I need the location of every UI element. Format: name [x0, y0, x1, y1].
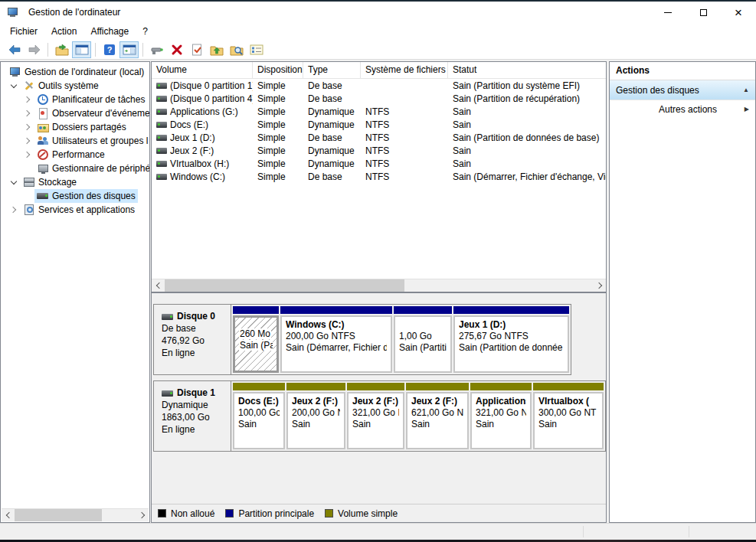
folder-up-button[interactable]: [207, 41, 226, 58]
volume-icon: [156, 96, 167, 102]
rescan-button[interactable]: [147, 41, 166, 58]
chevron-right-icon[interactable]: [21, 93, 34, 106]
export-list-button[interactable]: [52, 41, 71, 58]
partition-block[interactable]: Jeux 2 (F:) 321,00 Go NT Sain: [347, 383, 404, 449]
folder-search-button[interactable]: [227, 41, 246, 58]
table-row[interactable]: Applications (G:) Simple Dynamique NTFS …: [152, 105, 606, 118]
partition-box[interactable]: 1,00 Go Sain (Partitio: [394, 315, 452, 373]
partition-name: Jeux 1 (D:): [459, 319, 564, 331]
chevron-right-icon[interactable]: [7, 203, 21, 217]
delete-button[interactable]: [167, 41, 186, 58]
action-item-autres-actions[interactable]: Autres actions ▶: [610, 100, 755, 118]
cell-disposition: Simple: [253, 171, 303, 182]
cell-disposition: Simple: [253, 80, 303, 91]
scroll-thumb[interactable]: [165, 279, 404, 292]
tree-item-gestionnaire-peripheriques[interactable]: Gestionnaire de périphé: [1, 162, 149, 175]
show-console-tree-button[interactable]: [72, 41, 91, 58]
partition-block[interactable]: Windows (C:) 200,00 Go NTFS Sain (Démarr…: [280, 306, 392, 373]
show-action-pane-button[interactable]: [119, 41, 139, 58]
partition-box[interactable]: Docs (E:) 100,00 Go N Sain: [233, 392, 285, 449]
close-button[interactable]: ×: [721, 2, 756, 23]
volume-list-horizontal-scrollbar[interactable]: [152, 279, 606, 292]
scroll-left-arrow[interactable]: [152, 279, 165, 292]
chevron-down-icon[interactable]: [7, 175, 21, 189]
partition-box[interactable]: Jeux 1 (D:) 275,67 Go NTFS Sain (Partiti…: [453, 315, 569, 373]
partition-box[interactable]: 260 Mo Sain (Part: [233, 315, 279, 373]
scroll-thumb[interactable]: [15, 509, 102, 521]
volume-icon: [156, 161, 167, 167]
cell-volume: Jeux 1 (D:): [170, 132, 215, 143]
menu-fichier[interactable]: Fichier: [3, 24, 44, 39]
partition-box[interactable]: Windows (C:) 200,00 Go NTFS Sain (Démarr…: [280, 315, 392, 373]
partition-status: Sain: [352, 419, 399, 430]
partition-block[interactable]: 1,00 Go Sain (Partitio: [394, 306, 452, 373]
back-button[interactable]: [5, 41, 24, 58]
chevron-right-icon[interactable]: [21, 106, 34, 120]
chevron-right-icon[interactable]: [21, 120, 34, 134]
scroll-track[interactable]: [15, 509, 136, 521]
help-button[interactable]: ?: [100, 41, 119, 58]
disk-label[interactable]: Disque 0 De base 476,92 Go En ligne: [154, 305, 231, 374]
tree-item-outils-systeme[interactable]: Outils système: [1, 79, 149, 93]
column-header-disposition[interactable]: Disposition: [253, 62, 303, 78]
chevron-right-icon[interactable]: [21, 148, 34, 162]
tree-item-planificateur[interactable]: Planificateur de tâches: [1, 93, 149, 106]
minimize-button[interactable]: [650, 2, 686, 23]
partition-block[interactable]: 260 Mo Sain (Part: [233, 306, 279, 373]
column-header-statut[interactable]: Statut: [448, 62, 606, 78]
view-options-button[interactable]: [247, 41, 266, 58]
partition-name: Windows (C:): [286, 319, 387, 331]
partition-box[interactable]: VIrtualbox ( 300,00 Go NT Sain: [533, 392, 604, 449]
partition-box[interactable]: Jeux 2 (F:) 200,00 Go N Sain: [286, 392, 345, 449]
partition-status: Sain (Part: [239, 340, 273, 351]
tree-item-performance[interactable]: Performance: [1, 148, 149, 162]
check-properties-button[interactable]: [187, 41, 206, 58]
column-header-volume[interactable]: Volume: [152, 62, 253, 78]
partition-block[interactable]: Jeux 2 (F:) 200,00 Go N Sain: [286, 383, 345, 449]
partition-block[interactable]: Docs (E:) 100,00 Go N Sain: [233, 383, 285, 449]
partition-block[interactable]: Jeux 2 (F:) 621,00 Go NT Sain: [406, 383, 469, 449]
chevron-right-icon[interactable]: [21, 134, 34, 148]
column-header-type[interactable]: Type: [303, 62, 361, 78]
tree-item-computer-management[interactable]: Gestion de l'ordinateur (local): [1, 65, 149, 79]
collapse-up-icon[interactable]: ▲: [743, 87, 749, 93]
table-row[interactable]: Docs (E:) Simple Dynamique NTFS Sain: [152, 118, 606, 131]
partition-box[interactable]: Jeux 2 (F:) 321,00 Go NT Sain: [347, 392, 404, 449]
partition-block[interactable]: Jeux 1 (D:) 275,67 Go NTFS Sain (Partiti…: [453, 306, 569, 373]
close-icon: ×: [735, 6, 742, 19]
tree-item-services-applications[interactable]: Services et applications: [1, 203, 149, 217]
actions-group-gestion-des-disques[interactable]: Gestion des disques ▲: [610, 80, 755, 100]
scroll-right-arrow[interactable]: [593, 279, 606, 292]
partition-block[interactable]: Applications 321,00 Go NT Sain: [470, 383, 532, 449]
table-row[interactable]: VIrtualbox (H:) Simple Dynamique NTFS Sa…: [152, 157, 606, 170]
tree-item-utilisateurs-groupes[interactable]: Utilisateurs et groupes l: [1, 134, 149, 148]
disk-status: En ligne: [162, 348, 231, 358]
scroll-left-arrow[interactable]: [2, 509, 15, 521]
tree-item-observateur[interactable]: Observateur d'événeme: [1, 106, 149, 120]
table-row[interactable]: Jeux 1 (D:) Simple De base NTFS Sain (Pa…: [152, 131, 606, 144]
disk-label[interactable]: Disque 1 Dynamique 1863,00 Go En ligne: [154, 381, 231, 451]
scroll-track[interactable]: [165, 279, 593, 292]
help-icon: ?: [103, 44, 116, 56]
maximize-button[interactable]: [686, 2, 721, 23]
column-header-systeme-fichiers[interactable]: Système de fichiers: [361, 62, 448, 78]
table-row[interactable]: (Disque 0 partition 1) Simple De base Sa…: [152, 79, 606, 92]
chevron-down-icon[interactable]: [7, 79, 21, 93]
tree-horizontal-scrollbar[interactable]: [2, 508, 149, 521]
partition-box[interactable]: Applications 321,00 Go NT Sain: [470, 392, 532, 449]
partition-box[interactable]: Jeux 2 (F:) 621,00 Go NT Sain: [406, 392, 469, 449]
table-row[interactable]: (Disque 0 partition 4) Simple De base Sa…: [152, 92, 606, 105]
tree-item-stockage[interactable]: Stockage: [1, 175, 149, 189]
tree-item-dossiers-partages[interactable]: Dossiers partagés: [1, 120, 149, 134]
partition-type-band: [470, 383, 532, 390]
forward-button[interactable]: [25, 41, 44, 58]
partition-block[interactable]: VIrtualbox ( 300,00 Go NT Sain: [533, 383, 604, 449]
tree-item-gestion-des-disques[interactable]: Gestion des disques: [1, 189, 149, 203]
menu-action[interactable]: Action: [44, 24, 83, 39]
table-row[interactable]: Windows (C:) Simple De base NTFS Sain (D…: [152, 170, 606, 183]
table-row[interactable]: Jeux 2 (F:) Simple Dynamique NTFS Sain: [152, 144, 606, 157]
menu-help[interactable]: ?: [136, 24, 155, 39]
partition-status: Sain: [411, 419, 463, 430]
menu-affichage[interactable]: Affichage: [83, 24, 136, 39]
scroll-right-arrow[interactable]: [136, 509, 149, 521]
